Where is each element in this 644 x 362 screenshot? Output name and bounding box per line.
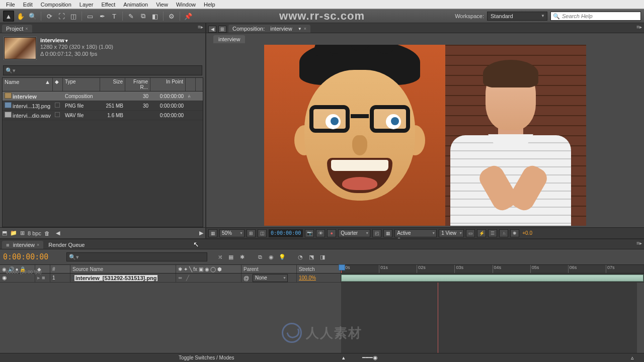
close-icon[interactable]: × [25,26,28,31]
comp-subtab[interactable]: interview [213,35,245,43]
playhead[interactable] [341,265,342,273]
timeline-timecode[interactable]: 0:00:00:00 [3,252,48,261]
graph-editor-toggle-icon[interactable]: ◨ [318,252,327,261]
type-tool[interactable]: T [109,11,120,22]
col-type[interactable]: Type [63,78,100,91]
rectangle-tool[interactable]: ▭ [85,11,96,22]
comp-mini-flowchart-icon[interactable]: ⤮ [215,252,224,261]
timeline-search[interactable]: 🔍▾ [66,252,207,261]
auto-keyframe-icon[interactable]: ◔ [296,252,305,261]
col-name[interactable]: Name ▲ [3,78,53,91]
stretch-header[interactable]: Stretch [297,265,341,273]
brainstorm-icon[interactable]: 💡 [278,252,287,261]
snapshot-icon[interactable]: 📷 [305,229,314,237]
fast-preview-icon[interactable]: ⚡ [477,229,486,237]
timeline-tab-render[interactable]: Render Queue [44,241,89,249]
clone-tool[interactable]: ⧉ [137,11,148,22]
col-inpoint[interactable]: In Point [150,78,186,91]
rotation-tool[interactable]: ⟳ [44,11,55,22]
menu-composition[interactable]: Composition [37,1,75,9]
menu-help[interactable]: Help [200,1,219,9]
interpret-icon[interactable]: ⬒ [2,230,7,236]
pen-tool[interactable]: ✒ [97,11,108,22]
project-search[interactable]: 🔍▾ [3,65,202,75]
menu-layer[interactable]: Layer [75,1,98,9]
flowchart-icon[interactable]: ⑃ [186,93,196,100]
zoom-slider[interactable]: ━━━◉ [362,354,378,361]
layer-duration-bar[interactable] [341,275,643,282]
next-icon[interactable]: ▶ [199,230,203,236]
toggle-switches-button[interactable]: Toggle Switches / Modes [179,355,234,360]
project-tab[interactable]: Project× [2,25,32,33]
new-comp-icon[interactable]: ⊞ [20,230,25,236]
zoom-in-icon[interactable]: ▵ [631,354,634,361]
stretch-value[interactable]: 100.0% [297,274,341,282]
bpc-button[interactable]: 8 bpc [28,230,41,236]
zoom-out-icon[interactable]: ▴ [342,354,345,361]
folder-icon[interactable]: 📁 [10,230,17,236]
roto-tool[interactable]: ⚙ [166,11,177,22]
layer-name[interactable]: interview_[531292-531513].png [74,275,157,281]
hide-shy-icon[interactable]: ✱ [237,252,247,261]
index-header[interactable]: # [50,265,70,273]
viewer-tab[interactable]: Composition: interview ▼ × [228,25,310,33]
help-search[interactable]: 🔍 [550,12,641,21]
composition-canvas[interactable] [264,45,586,226]
menu-effect[interactable]: Effect [97,1,119,9]
video-toggle-icon[interactable]: ◉ [2,275,7,281]
show-snapshot-icon[interactable]: 👁 [316,229,325,237]
parent-header[interactable]: Parent [242,265,297,273]
zoom-dropdown[interactable]: 50% [219,229,245,237]
parent-dropdown[interactable]: None [253,274,288,282]
col-label[interactable]: ◆ [53,78,63,91]
pickwhip-icon[interactable]: @ [244,275,249,281]
menu-animation[interactable]: Animation [119,1,152,9]
nav-comp-icon[interactable]: ⊞ [218,26,226,33]
menu-edit[interactable]: Edit [19,1,37,9]
hand-tool[interactable]: ✋ [15,11,26,22]
camera-dropdown[interactable]: Active Camera [394,229,437,237]
pixel-aspect-icon[interactable]: ▭ [466,229,475,237]
project-row[interactable]: interview Composition 30 0:00:00:00 ⑃ [3,92,203,101]
selection-tool[interactable]: ▲ [3,11,14,22]
project-row[interactable]: intervi...dio.wav WAV file 1.6 MB 0:00:0… [3,111,203,120]
puppet-tool[interactable]: 📌 [183,11,194,22]
motion-blur-icon[interactable]: ◉ [267,252,276,261]
zoom-tool[interactable]: 🔍 [27,11,38,22]
prev-icon[interactable]: ◀ [56,230,60,236]
graph-editor-icon[interactable]: ⬔ [307,252,316,261]
mask-icon[interactable]: ◫ [258,229,267,237]
roi-icon[interactable]: ◰ [372,229,381,237]
camera-tool[interactable]: ⛶ [56,11,67,22]
transparency-icon[interactable]: ▦ [383,229,392,237]
frame-blend-icon[interactable]: ⧉ [256,252,265,261]
panel-menu-icon[interactable]: ≡▸ [636,240,642,246]
time-ruler[interactable]: 00s01s02s03s04s05s06s07s [341,265,644,273]
trash-icon[interactable]: 🗑 [44,230,50,236]
source-name-header[interactable]: Source Name [70,265,176,273]
timeline-tab-comp[interactable]: ■interview× [2,241,43,249]
always-preview-icon[interactable]: ▦ [208,229,217,237]
close-icon[interactable]: × [37,242,39,247]
views-dropdown[interactable]: 1 View [439,229,464,237]
workspace-dropdown[interactable]: Standard [487,12,547,21]
menu-window[interactable]: Window [172,1,200,9]
menu-file[interactable]: File [2,1,19,9]
current-timecode[interactable]: 0:00:00:00 [269,229,303,237]
flowchart-icon[interactable]: ⑃ [499,229,508,237]
project-row[interactable]: intervi...13].png PNG file 251 MB 30 0:0… [3,101,203,111]
col-size[interactable]: Size [100,78,125,91]
channel-icon[interactable]: ● [327,229,336,237]
timeline-layer-row[interactable]: ◉ ▸ ■ 1 interview_[531292-531513].png ⬌ … [0,274,644,283]
col-framerate[interactable]: Frame R... [125,78,150,91]
panel-menu-icon[interactable]: ≡▸ [198,24,203,30]
eraser-tool[interactable]: ◧ [149,11,160,22]
close-icon[interactable]: × [304,26,306,31]
nav-back-icon[interactable]: ◀ [208,26,216,33]
reset-exposure-icon[interactable]: ✺ [510,229,519,237]
draft-3d-icon[interactable]: ▦ [226,252,235,261]
panel-menu-icon[interactable]: ≡▸ [636,24,642,30]
comp-name[interactable]: interview [40,37,113,43]
exposure-value[interactable]: +0.0 [522,230,532,236]
resolution-dropdown[interactable]: Quarter [338,229,370,237]
